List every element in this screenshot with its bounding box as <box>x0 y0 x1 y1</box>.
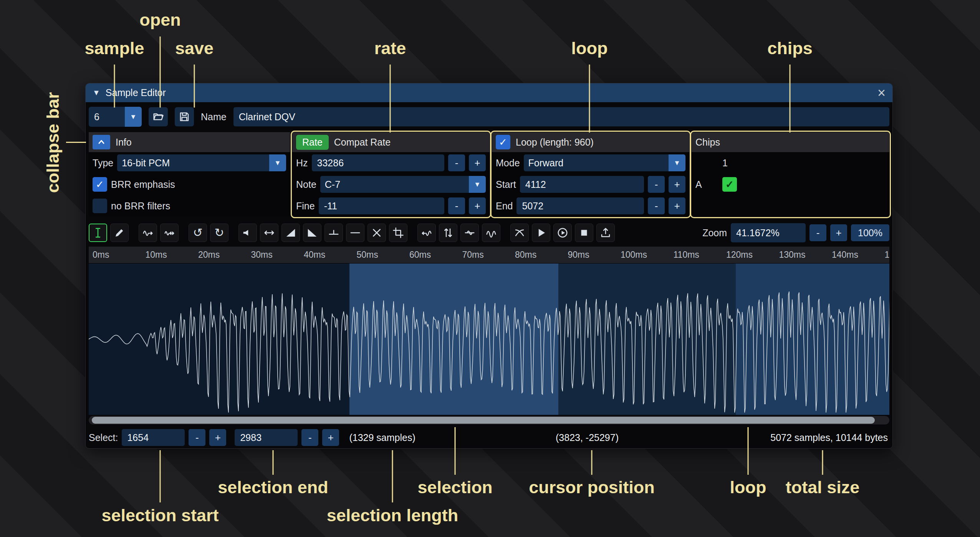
ruler-tick: 60ms <box>406 250 459 260</box>
insert-silence-button[interactable] <box>324 224 343 242</box>
loop-start-plus-button[interactable]: + <box>669 176 685 193</box>
selection-start-input[interactable] <box>122 429 185 446</box>
note-row: Note C-7 ▼ <box>292 174 490 195</box>
resize-button[interactable] <box>139 224 157 242</box>
filter-button[interactable] <box>482 224 500 242</box>
zoom-reset-button[interactable]: 100% <box>851 224 889 241</box>
ruler-tick: 10ms <box>142 250 195 260</box>
selection-start-plus-button[interactable]: + <box>209 429 226 446</box>
annotation-line-cursor-position <box>591 450 593 475</box>
chip-number: 1 <box>722 157 728 169</box>
sample-name-input[interactable] <box>233 107 889 126</box>
scrollbar-thumb[interactable] <box>92 417 875 424</box>
selection-end-input[interactable] <box>235 429 298 446</box>
reverse-button[interactable] <box>417 224 436 242</box>
collapse-bar-button[interactable] <box>93 135 110 149</box>
save-sample-button[interactable] <box>175 107 194 126</box>
check-icon: ✓ <box>725 179 734 191</box>
brr-emphasis-row: ✓ BRR emphasis <box>89 174 290 195</box>
amplify-button[interactable] <box>238 224 257 242</box>
floppy-disk-icon <box>179 111 190 123</box>
loop-end-input[interactable] <box>516 197 644 214</box>
fine-minus-button[interactable]: - <box>448 197 465 214</box>
select-mode-button[interactable] <box>89 224 107 242</box>
zoom-input[interactable] <box>731 223 806 242</box>
zoom-label: Zoom <box>702 227 727 239</box>
selection-end-minus-button[interactable]: - <box>301 429 318 446</box>
select-label: Select: <box>89 432 118 443</box>
fade-in-button[interactable] <box>281 224 300 242</box>
type-select[interactable]: 16-bit PCM ▼ <box>117 154 286 171</box>
undo-button[interactable]: ↺ <box>189 224 207 242</box>
annotation-selection-end: selection end <box>218 477 328 497</box>
zoom-minus-button[interactable]: - <box>809 224 826 241</box>
preview-sample-button[interactable] <box>532 224 550 242</box>
rate-badge-button[interactable]: Rate <box>296 135 329 150</box>
normalize-button[interactable] <box>260 224 278 242</box>
annotation-line-open <box>160 36 161 108</box>
loop-mode-label: Mode <box>496 157 520 169</box>
check-icon: ✓ <box>499 136 507 148</box>
hz-minus-button[interactable]: - <box>448 154 465 171</box>
create-instrument-button[interactable] <box>596 224 615 242</box>
loop-panel-header: ✓ Loop (length: 960) <box>492 132 689 152</box>
flat-line-icon <box>349 227 361 239</box>
loop-checkbox[interactable]: ✓ <box>496 135 510 149</box>
waveform-scrollbar[interactable] <box>89 416 889 424</box>
time-ruler: 0ms 10ms 20ms 30ms 40ms 50ms 60ms 70ms 8… <box>89 247 889 264</box>
redo-button[interactable]: ↻ <box>210 224 228 242</box>
invert-button[interactable] <box>439 224 457 242</box>
trim-button[interactable] <box>389 224 407 242</box>
chevron-down-icon[interactable]: ▼ <box>469 176 486 193</box>
annotation-line-rate <box>390 65 391 133</box>
fine-input[interactable] <box>319 197 444 214</box>
window-titlebar[interactable]: ▼ Sample Editor × <box>86 83 892 102</box>
info-panel: Info Type 16-bit PCM ▼ ✓ BRR emphasis <box>89 132 290 217</box>
crossfade-icon <box>514 227 525 239</box>
ruler-tick: 90ms <box>564 250 617 260</box>
sample-toolbar: ↺ ↻ Zoom <box>89 223 889 243</box>
annotation-sample: sample <box>84 38 144 58</box>
crossfade-loop-button[interactable] <box>510 224 529 242</box>
selection-start-minus-button[interactable]: - <box>189 429 205 446</box>
annotation-line-selection <box>455 427 456 475</box>
stop-button[interactable] <box>575 224 593 242</box>
draw-mode-button[interactable] <box>110 224 129 242</box>
loop-start-input[interactable] <box>520 176 644 193</box>
redo-icon: ↻ <box>214 227 224 239</box>
no-brr-filters-checkbox[interactable] <box>93 199 107 213</box>
chip-a-checkbox[interactable]: ✓ <box>722 177 737 192</box>
ruler-tick: 30ms <box>247 250 300 260</box>
collapse-triangle-icon[interactable]: ▼ <box>93 88 100 97</box>
ruler-tick: 20ms <box>194 250 247 260</box>
ruler-tick: 150 <box>881 250 890 260</box>
no-brr-filters-row: no BRR filters <box>89 195 290 217</box>
fade-out-button[interactable] <box>303 224 321 242</box>
chevron-down-icon[interactable]: ▼ <box>125 107 142 127</box>
play-note-button[interactable] <box>553 224 572 242</box>
loop-end-plus-button[interactable]: + <box>669 197 685 214</box>
hz-input[interactable] <box>312 154 444 171</box>
zoom-plus-button[interactable]: + <box>830 224 847 241</box>
loop-end-minus-button[interactable]: - <box>648 197 665 214</box>
fine-plus-button[interactable]: + <box>469 197 486 214</box>
brr-emphasis-checkbox[interactable]: ✓ <box>93 177 107 192</box>
chevron-down-icon[interactable]: ▼ <box>269 154 286 171</box>
chevron-down-icon[interactable]: ▼ <box>669 154 685 171</box>
sample-select[interactable]: 6 ▼ <box>89 107 142 127</box>
annotation-line-collapse-bar <box>66 142 86 143</box>
hz-plus-button[interactable]: + <box>469 154 486 171</box>
sine-axis-icon <box>464 227 475 239</box>
loop-mode-select[interactable]: Forward ▼ <box>524 154 685 171</box>
flip-sign-button[interactable] <box>460 224 479 242</box>
note-select[interactable]: C-7 ▼ <box>320 176 486 193</box>
loop-start-minus-button[interactable]: - <box>648 176 665 193</box>
waveform-display[interactable] <box>89 264 889 415</box>
resample-button[interactable] <box>160 224 179 242</box>
close-icon[interactable]: × <box>877 86 886 100</box>
apply-silence-button[interactable] <box>346 224 364 242</box>
open-sample-button[interactable] <box>149 107 168 126</box>
no-brr-filters-label: no BRR filters <box>111 201 170 212</box>
selection-end-plus-button[interactable]: + <box>322 429 339 446</box>
delete-button[interactable] <box>368 224 386 242</box>
